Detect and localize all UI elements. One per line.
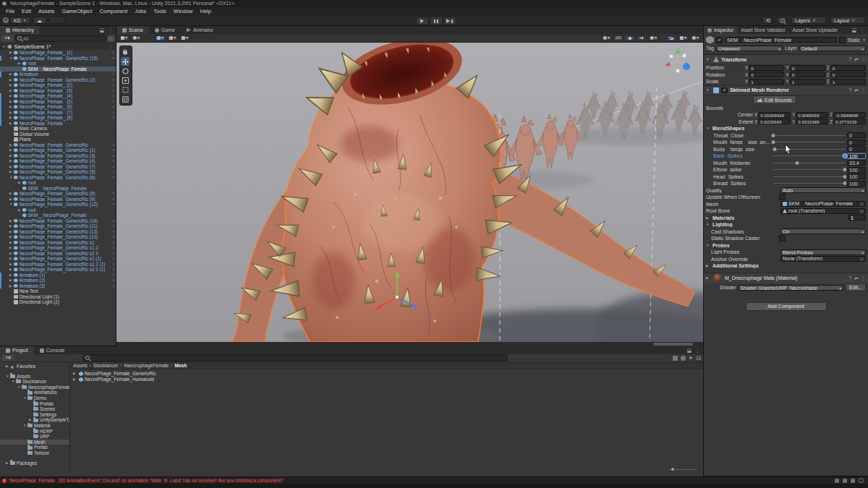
2d-toggle[interactable]: 2D [613, 35, 624, 41]
expander-icon[interactable] [9, 229, 14, 235]
thumbnail-size-slider[interactable] [70, 467, 703, 472]
layer-dropdown[interactable]: Default [799, 46, 866, 51]
scrollbar-handle[interactable] [653, 343, 693, 346]
folder-row[interactable]: Stocklancer [0, 379, 69, 385]
expander-icon[interactable] [9, 169, 14, 175]
expander-icon[interactable]: ▶ [73, 377, 77, 382]
undo-history-button[interactable]: ⟲ [762, 17, 773, 24]
expander-icon[interactable] [9, 273, 14, 278]
search-by-type-icon[interactable] [673, 356, 678, 361]
hierarchy-row[interactable]: NecroPhage_Female_GenericRic s1 [0, 240, 116, 246]
tab-scene[interactable]: Scene [116, 26, 149, 34]
shader-edit-button[interactable]: Edit... [846, 283, 866, 291]
expander-icon[interactable] [9, 82, 14, 88]
expander-icon[interactable] [9, 175, 14, 181]
kebab-menu-icon[interactable]: ⋮ [861, 87, 867, 93]
expander-icon[interactable] [9, 197, 14, 202]
hierarchy-row[interactable]: SKM__NecroPhage_Female [0, 213, 116, 218]
blendshape-slider[interactable] [773, 132, 845, 139]
scene-viewport[interactable] [116, 43, 703, 342]
foldout-icon[interactable]: ▶ [706, 216, 711, 220]
object-name-field[interactable]: SKM__NecroPhage_Female [725, 37, 837, 43]
menu-item[interactable]: GameObject [59, 7, 96, 15]
expander-icon[interactable] [18, 61, 22, 67]
tab-animator[interactable]: Animator [181, 26, 219, 34]
hierarchy-row[interactable]: NecroPhage_Female_GenericRic (13) [0, 229, 116, 235]
lock-icon[interactable]: ⬓ [686, 346, 692, 354]
lock-icon[interactable]: ⬓ [851, 26, 856, 34]
hierarchy-row[interactable]: Directional Light (1) [0, 294, 116, 300]
expander-icon[interactable] [9, 245, 14, 251]
folder-row[interactable]: UnitySampleTps [0, 417, 69, 423]
hierarchy-row[interactable]: root [0, 180, 116, 186]
hierarchy-row[interactable]: NecroPhage_Female_GenericRic [0, 142, 116, 148]
static-shadow-caster-checkbox[interactable] [779, 235, 786, 241]
kebab-menu-icon[interactable]: ⋮ [695, 346, 700, 354]
x-field[interactable]: 0 [749, 65, 784, 71]
panel-menu[interactable]: ⬓⋮ [684, 346, 703, 354]
hierarchy-row[interactable]: NecroPhage_Female_GenericRic s1 (1) [0, 256, 116, 262]
foldout-icon[interactable]: ▼ [706, 88, 711, 92]
expander-icon[interactable] [9, 110, 14, 116]
hierarchy-row[interactable]: NecroPhage_Female_GenericRic (14) [0, 218, 116, 224]
hierarchy-row[interactable]: NecroPhage_Female_GenericRic (2) [0, 77, 116, 83]
blendshape-slider[interactable] [773, 180, 845, 187]
play-button[interactable] [416, 17, 429, 25]
kebab-menu-icon[interactable]: ⋮ [108, 26, 113, 34]
hidden-packages-count[interactable]: 18 [696, 356, 701, 361]
expander-icon[interactable]: ▶ [73, 371, 77, 377]
expander-icon[interactable] [9, 153, 14, 159]
folder-row[interactable]: URP [0, 434, 69, 440]
orientation-gizmo[interactable] [663, 47, 693, 76]
folder-row[interactable]: HDRP [0, 429, 69, 435]
hierarchy-row[interactable]: NecroPhage_Female_GenericRic (4) [0, 158, 116, 164]
expander-icon[interactable] [9, 251, 14, 257]
create-button[interactable]: +▾ [2, 355, 14, 361]
extent-x-field[interactable]: 0.6222665 [758, 119, 791, 124]
extent-y-field[interactable]: 0.9231989 [796, 119, 828, 124]
slider-handle[interactable] [795, 161, 799, 165]
chevron-down-icon[interactable]: ▼ [862, 38, 866, 42]
expander-icon[interactable] [9, 72, 14, 77]
object-picker-icon[interactable]: ◎ [860, 201, 864, 207]
folder-row[interactable]: Texture [0, 450, 69, 456]
view-hand-tool[interactable] [121, 48, 129, 56]
status-bar[interactable]: ! 'NecroPhage_Female_ (8)' AnimationEven… [0, 477, 868, 484]
scale-snap-dropdown[interactable]: ▾ [179, 35, 190, 41]
expander-icon[interactable] [9, 240, 14, 246]
light-probes-dropdown[interactable]: Blend Probes [780, 249, 866, 255]
edit-bounds-button[interactable]: Edit Bounds [753, 95, 796, 104]
presets-icon[interactable]: ⇄ [854, 275, 858, 281]
expander-icon[interactable] [9, 93, 14, 99]
blendshape-value-field[interactable]: 33.4 [847, 160, 866, 166]
add-component-button[interactable]: Add Component [746, 302, 827, 311]
menu-item[interactable]: Jobs [131, 7, 150, 15]
expander-icon[interactable] [9, 50, 14, 56]
blendshape-value-field[interactable]: 0 [847, 146, 866, 152]
breadcrumb-segment[interactable]: Mesh› [174, 363, 187, 368]
blendshape-value-field[interactable]: 0 [847, 140, 866, 145]
rotate-snap-dropdown[interactable]: ▾ [167, 35, 178, 41]
expander-icon[interactable] [9, 164, 14, 170]
hierarchy-row[interactable]: Armature [0, 72, 116, 77]
hierarchy-row[interactable]: Armature (2) [0, 278, 116, 283]
slider-handle[interactable] [772, 140, 775, 144]
folder-row[interactable]: Mesh [0, 440, 69, 445]
component-enabled-checkbox[interactable]: ✓ [721, 87, 728, 93]
expander-icon[interactable] [9, 147, 14, 153]
step-button[interactable] [443, 17, 456, 25]
blendshape-slider[interactable] [773, 174, 845, 180]
material-header[interactable]: ▶ M_Dnecrophage Male (Material) ?⇄⋮ [704, 273, 868, 283]
expander-icon[interactable] [9, 104, 14, 110]
hierarchy-row[interactable]: Armature (1) [0, 273, 116, 278]
hierarchy-row[interactable]: NecroPhage_Female_GenericRic (9) [0, 197, 116, 202]
asset-row[interactable]: ▶ NecroPhage_Female_GenericRic [70, 371, 703, 377]
hierarchy-row[interactable]: Armature (3) [0, 283, 116, 289]
expander-icon[interactable] [9, 262, 14, 267]
static-checkbox[interactable] [839, 37, 846, 43]
presets-icon[interactable]: ⇄ [854, 87, 858, 93]
foldout-icon[interactable]: ▼ [706, 127, 711, 130]
slider-handle[interactable] [843, 168, 847, 171]
menu-item[interactable]: Edit [18, 7, 35, 15]
blendshape-slider[interactable] [773, 146, 845, 153]
